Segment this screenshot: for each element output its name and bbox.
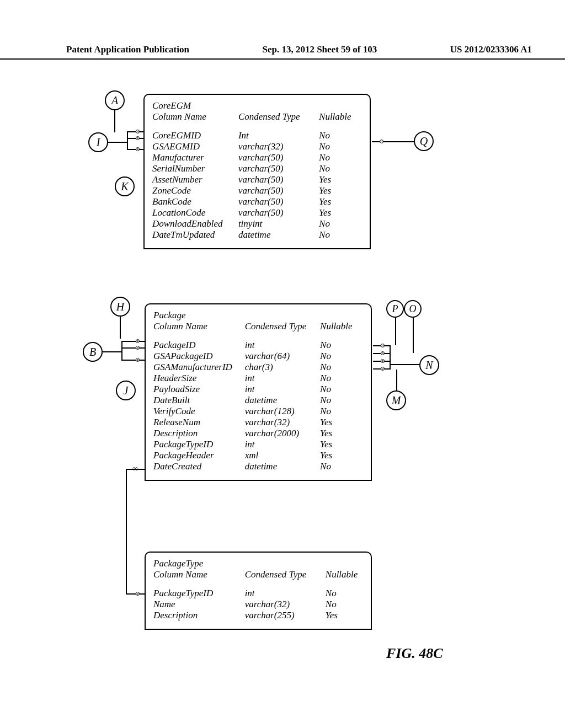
cell-type: varchar(128) (245, 406, 320, 417)
table-row: PackageIDintNo (153, 340, 363, 351)
connector-line (108, 142, 127, 143)
table-row: GSAManufacturerIDchar(3)No (153, 362, 363, 373)
connector-line (390, 364, 419, 365)
connector-bubble-p: P (386, 300, 404, 318)
cell-name: Description (153, 428, 245, 439)
cell-null: No (320, 351, 363, 362)
table-row: DateBuiltdatetimeNo (153, 395, 363, 406)
connector-line (395, 318, 396, 345)
column-header-type: Condensed Type (245, 321, 320, 332)
cell-type: varchar(50) (238, 163, 319, 174)
column-header-nullable: Nullable (320, 321, 363, 332)
table-row: Descriptionvarchar(255)Yes (153, 610, 363, 621)
cell-null: No (320, 461, 363, 472)
cell-type: varchar(50) (238, 152, 319, 163)
column-header-nullable: Nullable (319, 111, 362, 122)
cell-null: No (319, 130, 362, 141)
cell-null: No (319, 163, 362, 174)
cell-type: varchar(50) (238, 174, 319, 185)
table-row: DateTmUpdateddatetimeNo (152, 229, 362, 240)
connector-line (372, 141, 414, 142)
connector-line (121, 341, 145, 342)
table-row: PackageTypeIDintYes (153, 439, 363, 450)
cell-type: varchar(32) (245, 417, 320, 428)
connector-bubble-h: H (110, 297, 130, 317)
connector-line (413, 318, 414, 353)
connector-line (127, 149, 143, 150)
connector-line (121, 341, 122, 361)
cell-type: datetime (245, 395, 320, 406)
column-header-nullable: Nullable (326, 569, 363, 580)
cell-name: VerifyCode (153, 406, 245, 417)
key-icon (381, 367, 385, 371)
cell-null: No (320, 373, 363, 384)
cell-null: Yes (320, 439, 363, 450)
cell-name: CoreEGMID (152, 130, 238, 141)
connector-line (103, 351, 121, 352)
cell-null: No (319, 229, 362, 240)
cell-null: No (320, 395, 363, 406)
table-row: PackageTypeIDintNo (153, 588, 363, 599)
cell-name: HeaderSize (153, 373, 245, 384)
key-icon (381, 344, 385, 347)
cell-name: PackageTypeID (153, 588, 245, 599)
cell-null: No (319, 141, 362, 152)
cell-null: Yes (319, 174, 362, 185)
key-icon (136, 358, 140, 362)
connector-line (126, 469, 127, 595)
cell-name: DateTmUpdated (152, 229, 238, 240)
key-icon (136, 130, 140, 133)
cell-null: No (320, 362, 363, 373)
cell-type: varchar(32) (245, 599, 326, 610)
column-header-type: Condensed Type (238, 111, 319, 122)
connector-line (396, 370, 397, 390)
cell-type: int (245, 340, 320, 351)
column-header-type: Condensed Type (245, 569, 326, 580)
cell-null: No (320, 384, 363, 395)
table-row: PackageHeaderxmlYes (153, 450, 363, 461)
header-center: Sep. 13, 2012 Sheet 59 of 103 (262, 44, 377, 55)
table-row: BankCodevarchar(50)Yes (152, 196, 362, 207)
cell-null: Yes (326, 610, 363, 621)
page-header: Patent Application Publication Sep. 13, … (0, 44, 565, 60)
connector-line (121, 360, 145, 361)
cell-name: GSAPackageID (153, 351, 245, 362)
table-row: Manufacturervarchar(50)No (152, 152, 362, 163)
key-icon (136, 147, 140, 151)
connector-bubble-q: Q (414, 131, 434, 151)
cell-null: No (320, 406, 363, 417)
cell-name: ZoneCode (152, 185, 238, 196)
column-header-name: Column Name (153, 569, 245, 580)
cell-name: GSAEGMID (152, 141, 238, 152)
cell-null: No (319, 152, 362, 163)
cell-null: Yes (319, 196, 362, 207)
cell-name: DateBuilt (153, 395, 245, 406)
table-row: GSAEGMIDvarchar(32)No (152, 141, 362, 152)
cell-type: datetime (245, 461, 320, 472)
table-row: ReleaseNumvarchar(32)Yes (153, 417, 363, 428)
cell-null: Yes (320, 417, 363, 428)
cell-type: char(3) (245, 362, 320, 373)
cell-type: int (245, 588, 326, 599)
cell-null: Yes (320, 450, 363, 461)
table-row: Namevarchar(32)No (153, 599, 363, 610)
cell-type: varchar(255) (245, 610, 326, 621)
cell-type: varchar(64) (245, 351, 320, 362)
cell-type: Int (238, 130, 319, 141)
cell-name: DownloadEnabled (152, 218, 238, 229)
key-icon (136, 346, 140, 350)
key-icon (136, 592, 140, 596)
key-icon (136, 339, 140, 343)
column-header-name: Column Name (152, 111, 238, 122)
cell-null: No (326, 599, 363, 610)
connector-line (127, 131, 143, 132)
connector-bubble-a: A (105, 90, 125, 110)
table-title: PackageType (153, 558, 247, 569)
cell-name: GSAManufacturerID (153, 362, 245, 373)
connector-line (121, 347, 145, 349)
cell-null: No (320, 340, 363, 351)
connector-bubble-b: B (83, 342, 103, 362)
key-icon (381, 351, 385, 355)
key-icon (381, 359, 385, 363)
table-row: DownloadEnabledtinyintNo (152, 218, 362, 229)
